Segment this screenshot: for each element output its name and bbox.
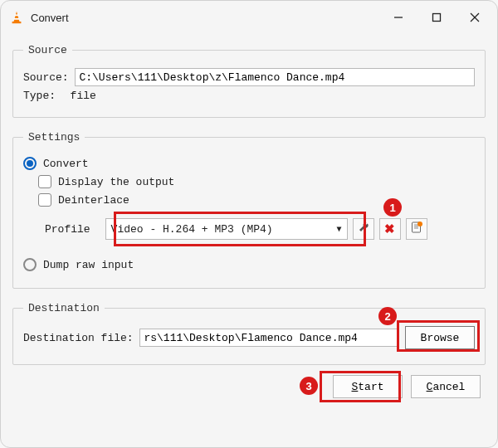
new-profile-button[interactable] [406,218,427,240]
type-value: file [71,90,96,102]
maximize-button[interactable] [417,2,456,32]
convert-radio-label: Convert [43,158,89,170]
svg-rect-1 [15,14,19,16]
dump-radio-label: Dump raw input [43,259,134,271]
window-title: Convert [31,12,379,24]
destination-path-input[interactable] [139,329,398,347]
cancel-button-label: Cancel [427,381,466,393]
browse-button-label: Browse [421,332,460,344]
svg-marker-0 [13,12,19,22]
cancel-button[interactable]: Cancel [411,375,481,398]
dump-raw-radio[interactable]: Dump raw input [23,258,475,271]
dropdown-arrow-icon: ▼ [337,225,342,234]
dialog-button-row: Start Cancel 3 [12,375,481,398]
convert-dialog: Convert Source Source: Type: file [0,0,498,448]
close-button[interactable] [456,2,494,32]
settings-group: Settings Convert Display the output Dein… [12,131,486,289]
profile-label: Profile [45,223,90,236]
svg-rect-2 [14,18,19,20]
source-legend: Source [23,44,72,56]
deinterlace-label: Deinterlace [58,194,129,207]
destination-legend: Destination [23,302,105,314]
source-group: Source Source: Type: file [12,44,486,118]
dialog-body: Source Source: Type: file Settings Conve… [1,34,497,447]
deinterlace-checkbox[interactable]: Deinterlace [38,193,475,207]
source-path-input[interactable] [75,68,475,86]
display-output-checkbox[interactable]: Display the output [38,175,475,188]
delete-x-icon: ✖ [384,222,395,236]
radio-empty-icon [23,258,37,271]
edit-profile-button[interactable] [353,218,374,240]
delete-profile-button[interactable]: ✖ [379,218,401,240]
radio-selected-icon [23,157,37,170]
display-output-label: Display the output [58,176,174,188]
settings-legend: Settings [23,131,85,144]
wrench-icon [357,221,370,237]
checkbox-empty-icon [38,175,51,188]
profile-value: Video - H.264 + MP3 (MP4) [111,223,273,236]
window-buttons [379,2,494,32]
convert-radio[interactable]: Convert [23,157,475,170]
browse-button[interactable]: Browse [405,326,475,349]
svg-rect-5 [433,14,441,22]
destination-group: Destination Destination file: Browse 2 [12,302,486,365]
annotation-number-2: 2 [378,307,397,325]
svg-rect-3 [12,22,22,23]
start-button[interactable]: Start [333,375,403,398]
annotation-number-3: 3 [300,377,318,395]
source-label: Source: [23,71,75,84]
vlc-cone-icon [9,10,24,25]
svg-point-12 [417,222,422,226]
minimize-button[interactable] [379,2,417,32]
checkbox-empty-icon [38,193,51,207]
titlebar: Convert [1,1,497,34]
start-button-label: Start [351,381,383,393]
new-document-icon [410,221,423,237]
profile-select[interactable]: Video - H.264 + MP3 (MP4) ▼ [105,218,348,240]
type-label: Type: [23,90,69,102]
destination-label: Destination file: [23,332,139,344]
